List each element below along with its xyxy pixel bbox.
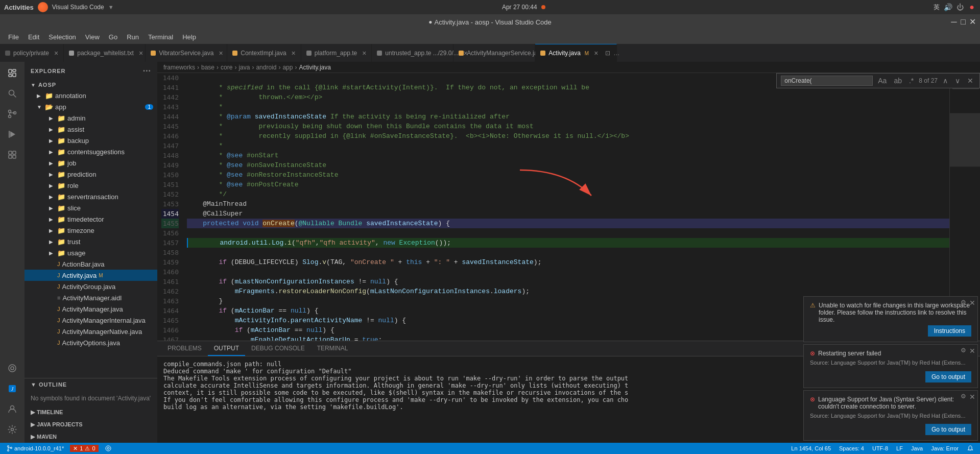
status-language[interactable]: Java xyxy=(909,445,925,452)
tree-trust[interactable]: ▶ 📁 trust xyxy=(25,236,157,247)
restore-button[interactable]: □ xyxy=(960,18,967,26)
tree-backup[interactable]: ▶ 📁 backup xyxy=(25,135,157,146)
language-indicator[interactable]: 英 xyxy=(934,3,940,12)
tree-app[interactable]: ▼ 📂 app 1 xyxy=(25,101,157,112)
activity-account[interactable] xyxy=(3,400,21,418)
notification-gear-1[interactable]: ⚙ xyxy=(961,299,966,306)
close-app-icon[interactable]: ● xyxy=(968,3,976,12)
timeline-header[interactable]: ▶ TIMELINE xyxy=(25,406,157,418)
minimize-button[interactable]: ─ xyxy=(950,18,958,26)
tab-vibrator-service[interactable]: VibratorService.java × xyxy=(146,44,227,62)
tab-close-whitelist[interactable]: × xyxy=(139,49,143,57)
find-input[interactable] xyxy=(781,76,873,86)
activity-settings[interactable] xyxy=(3,420,21,439)
instructions-button[interactable]: Instructions xyxy=(928,325,971,337)
menu-edit[interactable]: Edit xyxy=(24,32,43,42)
tree-prediction[interactable]: ▶ 📁 prediction xyxy=(25,169,157,180)
menu-selection[interactable]: Selection xyxy=(44,32,80,42)
more-icon[interactable]: … xyxy=(613,50,619,57)
tree-actionbar[interactable]: J ActionBar.java xyxy=(25,258,157,270)
tree-contentsuggestions[interactable]: ▶ 📁 contentsuggestions xyxy=(25,146,157,157)
status-spaces[interactable]: Spaces: 4 xyxy=(837,445,866,452)
activity-run[interactable] xyxy=(3,125,21,144)
firefox-icon[interactable] xyxy=(38,2,48,12)
tree-slice[interactable]: ▶ 📁 slice xyxy=(25,202,157,213)
vscode-dropdown-arrow[interactable]: ▼ xyxy=(108,4,114,10)
aosp-root[interactable]: ▼ AOSP xyxy=(25,80,157,90)
match-case-btn[interactable]: Aa xyxy=(876,76,889,86)
tree-timezone[interactable]: ▶ 📁 timezone xyxy=(25,225,157,236)
find-prev-btn[interactable]: ∧ xyxy=(941,76,950,86)
tab-close-vibrator[interactable]: × xyxy=(219,49,223,57)
tab-close-policy[interactable]: × xyxy=(54,49,58,57)
bc-java[interactable]: java xyxy=(238,64,250,71)
find-next-btn[interactable]: ∨ xyxy=(953,76,962,86)
tree-activitymanagernative[interactable]: J ActivityManagerNative.java xyxy=(25,326,157,337)
tree-admin[interactable]: ▶ 📁 admin xyxy=(25,112,157,124)
bc-activityjava[interactable]: Activity.java xyxy=(299,64,330,71)
tree-role[interactable]: ▶ 📁 role xyxy=(25,180,157,191)
panel-tab-terminal[interactable]: TERMINAL xyxy=(311,341,354,356)
tree-activitymanager-java[interactable]: J ActivityManager.java xyxy=(25,303,157,315)
activity-remote[interactable] xyxy=(3,359,21,377)
tree-activitymanager-aidl[interactable]: ≡ ActivityManager.aidl xyxy=(25,292,157,303)
tree-timedetector[interactable]: ▶ 📁 timedetector xyxy=(25,213,157,225)
find-close-btn[interactable]: ✕ xyxy=(965,76,975,86)
java-projects-header[interactable]: ▶ JAVA PROJECTS xyxy=(25,418,157,431)
bc-core[interactable]: core xyxy=(221,64,232,71)
tab-close-activity[interactable]: × xyxy=(594,49,598,57)
tree-assist[interactable]: ▶ 📁 assist xyxy=(25,124,157,135)
use-regex-btn[interactable]: .* xyxy=(907,76,916,86)
menu-terminal[interactable]: Terminal xyxy=(144,32,177,42)
power-icon[interactable]: ⏻ xyxy=(957,3,964,11)
close-button[interactable]: ✕ xyxy=(969,18,976,26)
menu-run[interactable]: Run xyxy=(123,32,143,42)
tree-job[interactable]: ▶ 📁 job xyxy=(25,157,157,169)
notification-close-2[interactable]: ✕ xyxy=(969,347,975,355)
notification-close-1[interactable]: ✕ xyxy=(969,299,975,307)
menu-help[interactable]: Help xyxy=(178,32,200,42)
menu-file[interactable]: File xyxy=(4,32,23,42)
bc-frameworks[interactable]: frameworks xyxy=(163,64,195,71)
tree-activitymanagerinternal[interactable]: J ActivityManagerInternal.java xyxy=(25,315,157,326)
tree-servertransaction[interactable]: ▶ 📁 servertransaction xyxy=(25,191,157,202)
tab-untrusted-app[interactable]: untrusted_app.te .../29.0/... × xyxy=(372,44,453,62)
notification-gear-3[interactable]: ⚙ xyxy=(961,393,966,400)
tree-activitygroup[interactable]: J ActivityGroup.java xyxy=(25,281,157,292)
activity-source-control[interactable] xyxy=(3,105,21,123)
activity-extensions[interactable] xyxy=(3,146,21,164)
notification-close-3[interactable]: ✕ xyxy=(969,393,975,401)
activity-search[interactable] xyxy=(3,84,21,103)
status-line-col[interactable]: Ln 1454, Col 65 xyxy=(789,445,833,452)
tree-activity-java[interactable]: J Activity.java M xyxy=(25,270,157,281)
tab-close-platform[interactable]: × xyxy=(362,49,366,57)
bc-android[interactable]: android xyxy=(256,64,276,71)
status-branch[interactable]: android-10.0.0_r41* xyxy=(4,445,66,452)
tree-activityoptions[interactable]: J ActivityOptions.java xyxy=(25,337,157,348)
panel-tab-problems[interactable]: PROBLEMS xyxy=(161,341,208,356)
audio-icon[interactable]: 🔊 xyxy=(944,3,952,11)
tab-close-context[interactable]: × xyxy=(292,49,296,57)
menu-view[interactable]: View xyxy=(81,32,104,42)
tab-context-impl[interactable]: ContextImpl.java × xyxy=(227,44,301,62)
status-line-ending[interactable]: LF xyxy=(894,445,905,452)
tree-usage[interactable]: ▶ 📁 usage xyxy=(25,247,157,258)
activities-button[interactable]: Activities xyxy=(4,4,34,11)
status-remote-icon[interactable] xyxy=(103,445,114,452)
tab-activity-manager-service[interactable]: ActivityManagerService.java × xyxy=(453,44,535,62)
split-editor-icon[interactable]: ⊡ xyxy=(605,50,610,57)
tree-annotation[interactable]: ▶ 📁 annotation xyxy=(25,90,157,101)
menu-go[interactable]: Go xyxy=(105,32,122,42)
panel-tab-debug[interactable]: DEBUG CONSOLE xyxy=(245,341,311,356)
notification-gear-2[interactable]: ⚙ xyxy=(961,347,966,354)
goto-output-button-2[interactable]: Go to output xyxy=(925,424,971,435)
status-encoding[interactable]: UTF-8 xyxy=(870,445,890,452)
outline-header[interactable]: ▼ OUTLINE xyxy=(25,378,157,391)
bc-base[interactable]: base xyxy=(201,64,214,71)
tab-activity-java[interactable]: Activity.java M × ⊡ … xyxy=(535,44,617,62)
match-word-btn[interactable]: ab xyxy=(892,76,904,86)
tab-platform-app[interactable]: platform_app.te × xyxy=(301,44,372,62)
tab-package-whitelist[interactable]: package_whitelist.txt × xyxy=(64,44,146,62)
panel-tab-output[interactable]: OUTPUT xyxy=(208,341,245,356)
status-notifications-bell[interactable] xyxy=(965,445,976,452)
